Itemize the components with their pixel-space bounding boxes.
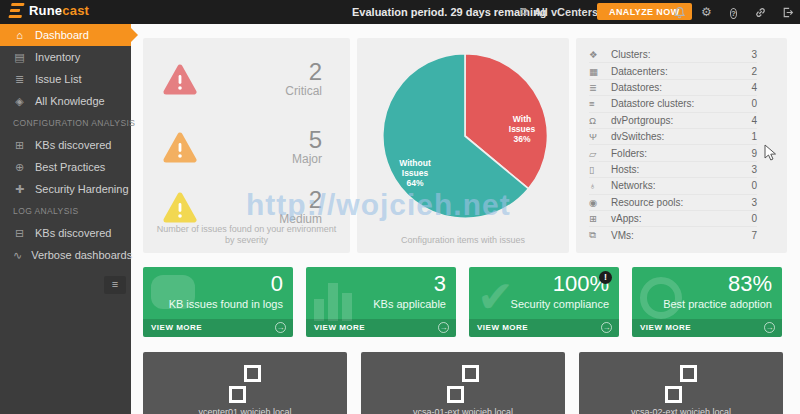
kpi-value: 3 bbox=[434, 271, 446, 297]
inventory-row-datacenters[interactable]: ▦Datacenters:2 bbox=[589, 63, 757, 79]
topbar: Runecast Evaluation period. 29 days rema… bbox=[0, 0, 800, 24]
vcenter-card-1[interactable]: vcenter01.wojcieh.local bbox=[143, 352, 347, 414]
notifications-bell-icon[interactable] bbox=[673, 6, 686, 19]
arrow-circle-icon: → bbox=[764, 322, 775, 333]
inventory-row-datastores[interactable]: ≣Datastores:4 bbox=[589, 80, 757, 96]
pie-chart-caption: Configuration items with issues bbox=[367, 235, 559, 246]
inventory-row-folders[interactable]: ▱Folders:9 bbox=[589, 145, 757, 161]
arrow-circle-icon: → bbox=[601, 322, 612, 333]
networks-icon: ♁ bbox=[589, 180, 611, 191]
inventory-row-dvportgroups[interactable]: ΩdvPortgroups:4 bbox=[589, 113, 757, 129]
vcenter-name: vcsa-02-ext.wojcieh.local bbox=[579, 407, 783, 414]
vcenters-icon: ⧉ bbox=[520, 5, 528, 18]
inventory-row-hosts[interactable]: ▯Hosts:3 bbox=[589, 162, 757, 178]
vapps-icon: ⊞ bbox=[589, 213, 611, 224]
inventory-row-vms[interactable]: ⧉VMs:7 bbox=[589, 227, 757, 243]
kpi-label: Security compliance bbox=[511, 298, 609, 310]
dvswitches-icon: Ψ bbox=[589, 131, 611, 142]
inventory-row-resource-pools[interactable]: ◉Resource pools:3 bbox=[589, 195, 757, 211]
severity-panel: 2 Critical 5 Major 2 Medium Number of is… bbox=[143, 38, 350, 253]
dashboard-icon: ⌂ bbox=[13, 29, 26, 41]
logout-icon[interactable] bbox=[781, 6, 794, 19]
inventory-row-clusters[interactable]: ❖Clusters:3 bbox=[589, 47, 757, 63]
vcenter-card-3[interactable]: vcsa-02-ext.wojcieh.local bbox=[579, 352, 783, 414]
sidebar-item-security-hardening[interactable]: ✚ Security Hardening bbox=[0, 178, 131, 200]
shield-icon: ✚ bbox=[13, 183, 26, 196]
trend-line-icon: ∿ bbox=[13, 249, 22, 262]
sidebar-item-best-practices[interactable]: ⊕ Best Practices bbox=[0, 156, 131, 178]
runecast-logo[interactable]: Runecast bbox=[10, 3, 89, 18]
vcenter-card-2[interactable]: vcsa-01-ext.wojcieh.local bbox=[361, 352, 565, 414]
major-count: 5 bbox=[309, 128, 322, 152]
medium-warning-icon bbox=[163, 192, 197, 224]
vm-stack-icon bbox=[444, 365, 482, 403]
kpi-label: KBs applicable bbox=[373, 298, 446, 310]
settings-gear-icon[interactable]: ⚙ bbox=[700, 6, 713, 19]
checkmark-icon: ✔ bbox=[477, 275, 514, 319]
sidebar-item-dashboard[interactable]: ⌂ Dashboard bbox=[0, 24, 131, 46]
sidebar-item-verbose-dashboards[interactable]: ∿ Verbose dashboards bbox=[0, 244, 131, 266]
sidebar-collapse-button[interactable]: ≡ bbox=[104, 276, 126, 294]
log-book-icon: ⊟ bbox=[13, 227, 26, 240]
vms-icon: ⧉ bbox=[589, 229, 611, 241]
severity-row-medium: 2 Medium bbox=[163, 190, 322, 228]
sidebar-item-kbs-discovered-log[interactable]: ⊟ KBs discovered bbox=[0, 222, 131, 244]
major-warning-icon bbox=[163, 132, 197, 164]
pie-label-without-issues: Without Issues 64% bbox=[389, 158, 441, 188]
kpi-label: KB issues found in logs bbox=[169, 298, 283, 310]
sidebar-item-kbs-discovered-config[interactable]: ⊞ KBs discovered bbox=[0, 134, 131, 156]
inventory-row-dvswitches[interactable]: ΨdvSwitches:1 bbox=[589, 129, 757, 145]
resource-pools-icon: ◉ bbox=[589, 197, 611, 208]
pie-chart-panel: With Issues 36% Without Issues 64% Confi… bbox=[357, 38, 569, 253]
medium-count: 2 bbox=[309, 188, 322, 212]
inventory-row-datastore-clusters[interactable]: ≡Datastore clusters:0 bbox=[589, 96, 757, 112]
major-label: Major bbox=[292, 152, 322, 166]
severity-caption: Number of issues found on your environme… bbox=[153, 224, 340, 246]
kpi-card-kb-issues-logs[interactable]: 0 KB issues found in logs VIEW MORE → bbox=[143, 267, 293, 337]
brand-name: Runecast bbox=[29, 3, 89, 18]
view-more-bar[interactable]: VIEW MORE → bbox=[632, 319, 782, 337]
dvportgroups-icon: Ω bbox=[589, 115, 611, 126]
clusters-icon: ❖ bbox=[589, 49, 611, 60]
inventory-row-vapps[interactable]: ⊞vApps:0 bbox=[589, 211, 757, 227]
arrow-circle-icon: → bbox=[275, 322, 286, 333]
sidebar-item-inventory[interactable]: ▤ Inventory bbox=[0, 46, 131, 68]
main-content: 2 Critical 5 Major 2 Medium Number of is… bbox=[131, 24, 800, 414]
critical-warning-icon bbox=[163, 64, 197, 96]
kpi-value: 83% bbox=[728, 271, 772, 297]
pie-chart[interactable]: With Issues 36% Without Issues 64% bbox=[371, 52, 555, 220]
sidebar: ⌂ Dashboard ▤ Inventory ≣ Issue List ◈ A… bbox=[0, 24, 131, 414]
globe-icon: ⊕ bbox=[13, 161, 26, 174]
pie-label-with-issues: With Issues 36% bbox=[499, 114, 545, 144]
sidebar-item-all-knowledge[interactable]: ◈ All Knowledge bbox=[0, 90, 131, 112]
vcenter-name: vcenter01.wojcieh.local bbox=[143, 407, 347, 414]
bar-chart-icon bbox=[314, 275, 352, 321]
issue-list-icon: ≣ bbox=[13, 73, 26, 86]
vm-stack-icon bbox=[662, 365, 700, 403]
kpi-value: 0 bbox=[271, 271, 283, 297]
runecast-logo-icon bbox=[8, 3, 24, 18]
link-icon[interactable] bbox=[754, 6, 767, 19]
alert-badge[interactable]: ! bbox=[599, 271, 612, 284]
sidebar-item-issue-list[interactable]: ≣ Issue List bbox=[0, 68, 131, 90]
help-icon[interactable]: ? bbox=[727, 6, 740, 19]
critical-label: Critical bbox=[285, 84, 322, 98]
view-more-bar[interactable]: VIEW MORE → bbox=[143, 319, 293, 337]
datacenters-icon: ▦ bbox=[589, 66, 611, 77]
evaluation-period-text: Evaluation period. 29 days remaining bbox=[352, 6, 546, 18]
view-more-bar[interactable]: VIEW MORE → bbox=[469, 319, 619, 337]
kpi-card-kbs-applicable[interactable]: 3 KBs applicable VIEW MORE → bbox=[306, 267, 456, 337]
kpi-label: Best practice adoption bbox=[663, 298, 772, 310]
vcenter-name: vcsa-01-ext.wojcieh.local bbox=[361, 407, 565, 414]
section-configuration-analysis: CONFIGURATION ANALYSIS bbox=[0, 112, 131, 134]
knowledge-icon: ◈ bbox=[13, 95, 26, 108]
datastore-clusters-icon: ≡ bbox=[589, 98, 611, 109]
kpi-card-security-compliance[interactable]: ! ✔ 100% Security compliance VIEW MORE → bbox=[469, 267, 619, 337]
kpi-card-best-practice-adoption[interactable]: 83% Best practice adoption VIEW MORE → bbox=[632, 267, 782, 337]
vcenter-selector[interactable]: ⧉ All vCenters bbox=[520, 5, 598, 18]
view-more-bar[interactable]: VIEW MORE → bbox=[306, 319, 456, 337]
kb-clipboard-icon: ⊞ bbox=[13, 139, 26, 152]
severity-row-critical: 2 Critical bbox=[163, 62, 322, 100]
inventory-row-networks[interactable]: ♁Networks:0 bbox=[589, 178, 757, 194]
vm-stack-icon bbox=[226, 365, 264, 403]
